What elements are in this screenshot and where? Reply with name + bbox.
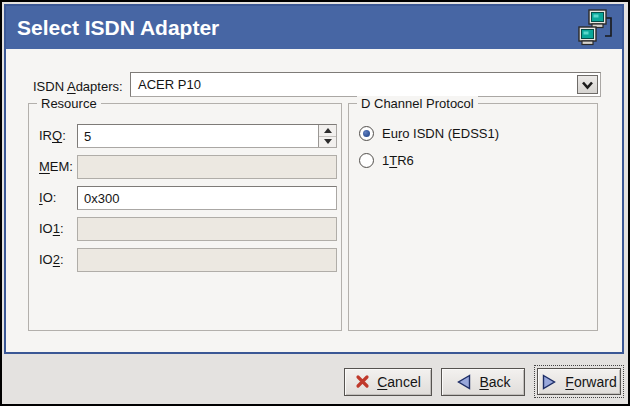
dialog-panel: Select ISDN Adapter — [4, 4, 624, 354]
io-field-row: IO: — [29, 186, 341, 210]
arrow-left-icon — [455, 374, 472, 390]
radio-euro-isdn-label: Euro ISDN (EDSS1) — [382, 126, 499, 141]
io1-field-row: IO1: — [29, 217, 341, 241]
isdn-adapters-label: ISDN Adapters: — [33, 79, 123, 94]
forward-button-focus-ring: Forward — [534, 365, 624, 398]
forward-button[interactable]: Forward — [537, 368, 621, 395]
resource-groupbox: Resource IRQ: MEM: I — [28, 103, 342, 331]
chevron-down-icon — [581, 80, 594, 90]
network-computers-icon — [578, 9, 614, 47]
io1-input — [77, 217, 337, 241]
io-label: IO: — [39, 190, 56, 205]
radio-1tr6[interactable]: 1TR6 — [359, 153, 414, 168]
mem-label: MEM: — [39, 159, 73, 174]
dialog-window: Select ISDN Adapter — [0, 0, 630, 406]
irq-field-row: IRQ: — [29, 124, 341, 148]
dialog-titlebar: Select ISDN Adapter — [6, 6, 622, 49]
io2-field-row: IO2: — [29, 248, 341, 272]
dialog-button-row: Cancel Back Forward — [344, 365, 624, 398]
radio-button-icon — [359, 126, 374, 141]
d-channel-protocol-groupbox: D Channel Protocol Euro ISDN (EDSS1) 1TR… — [348, 103, 598, 331]
page-title: Select ISDN Adapter — [17, 16, 219, 40]
io2-input — [77, 248, 337, 272]
irq-spinner[interactable] — [318, 125, 336, 147]
cancel-button-label: Cancel — [377, 374, 421, 390]
irq-label: IRQ: — [39, 128, 66, 143]
arrow-right-icon — [541, 374, 558, 390]
isdn-adapters-selected-value: ACER P10 — [131, 77, 577, 92]
forward-button-label: Forward — [565, 374, 616, 390]
resource-group-title: Resource — [37, 96, 101, 111]
back-button-label: Back — [479, 374, 510, 390]
spin-up-icon[interactable] — [319, 125, 336, 136]
spin-down-icon[interactable] — [319, 136, 336, 148]
isdn-adapters-combobox[interactable]: ACER P10 — [130, 72, 601, 97]
d-channel-protocol-group-title: D Channel Protocol — [357, 96, 478, 111]
back-button[interactable]: Back — [441, 368, 525, 396]
radio-button-icon — [359, 153, 374, 168]
combobox-dropdown-button[interactable] — [577, 75, 598, 94]
red-x-icon — [355, 374, 370, 389]
radio-euro-isdn-edss1[interactable]: Euro ISDN (EDSS1) — [359, 126, 499, 141]
io1-label: IO1: — [39, 221, 64, 236]
mem-field-row: MEM: — [29, 155, 341, 179]
io2-label: IO2: — [39, 252, 64, 267]
mem-input — [77, 155, 337, 179]
radio-1tr6-label: 1TR6 — [382, 153, 414, 168]
io-input[interactable] — [77, 186, 337, 210]
cancel-button[interactable]: Cancel — [344, 368, 432, 396]
irq-input[interactable] — [77, 124, 337, 148]
dialog-content: ISDN Adapters: ACER P10 Resource IRQ: — [6, 49, 622, 352]
